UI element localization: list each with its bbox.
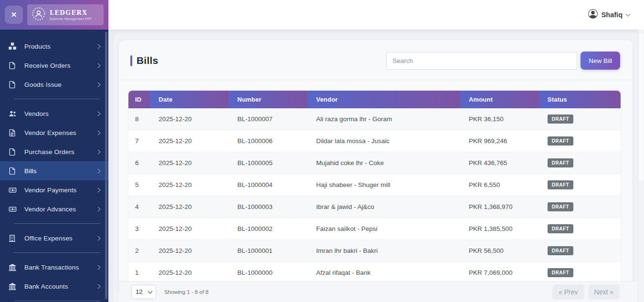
user-name: Shafiq (602, 11, 623, 19)
chevron-right-icon (96, 82, 101, 87)
cell-number: BL-1000005 (229, 152, 307, 174)
sidebar-item-vendor-payments[interactable]: Vendor Payments (0, 180, 108, 199)
page-scrollbar-thumb[interactable] (639, 33, 644, 181)
file-icon (8, 148, 17, 156)
sidebar-item-vendor-advances[interactable]: Vendor Advances (0, 199, 108, 219)
cell-number: BL-1000002 (229, 218, 307, 240)
table-row[interactable]: 2 2025-12-20 BL-1000001 Imran lhr bakri … (128, 240, 621, 262)
file-icon (8, 62, 17, 70)
cell-amount: PKR 1,368,970 (460, 196, 539, 218)
sidebar-item-goods-issue[interactable]: Goods Issue (0, 75, 108, 94)
showing-text: Showing 1 - 8 of 8 (164, 289, 209, 295)
chevron-right-icon (96, 111, 101, 116)
chevron-right-icon (96, 284, 101, 289)
prev-page-button[interactable]: « Prev (552, 284, 584, 300)
sidebar-item-label: Vendors (24, 110, 96, 117)
status-badge: DRAFT (548, 158, 573, 167)
cell-vendor: Imran lhr bakri - Bakri (307, 240, 460, 262)
bank-icon (8, 263, 17, 271)
cell-date: 2025-12-20 (150, 130, 229, 152)
status-badge: DRAFT (548, 115, 573, 124)
page-title: Bills (137, 55, 158, 66)
chevron-right-icon (96, 187, 101, 192)
sidebar-item-label: Vendor Expenses (24, 129, 96, 136)
sidebar-item-bank-transactions[interactable]: Bank Transactions (0, 258, 108, 277)
cell-status: DRAFT (539, 262, 621, 283)
cell-id: 1 (128, 262, 150, 283)
content-panel: Bills New Bill ID Date Number Vendor (113, 33, 644, 302)
table-row[interactable]: 1 2025-12-20 BL-1000000 Afzal rifaqat - … (128, 262, 621, 283)
bills-table-container: ID Date Number Vendor Amount Status 8 (119, 80, 633, 294)
logo-text: LEDGERX Business Management ERP (50, 9, 92, 21)
table-row[interactable]: 4 2025-12-20 BL-1000003 Ibrar & jawid - … (128, 196, 621, 218)
sidebar-close-button[interactable]: ✕ (5, 6, 23, 24)
sidebar-item-label: Receive Orders (24, 62, 96, 69)
cell-vendor: Haji shabeer - Shuger mill (307, 174, 460, 196)
new-bill-button[interactable]: New Bill (581, 52, 620, 70)
next-page-button[interactable]: Next » (588, 284, 620, 300)
sidebar-item-purchase-orders[interactable]: Purchase Orders (0, 142, 108, 161)
cell-id: 8 (128, 108, 150, 130)
sidebar: ✕ LEDGERX Business Management ERP (0, 0, 108, 302)
app-logo[interactable]: LEDGERX Business Management ERP (27, 4, 104, 25)
cell-amount: PKR 436,765 (460, 152, 539, 174)
status-badge: DRAFT (548, 136, 573, 146)
search-input[interactable] (386, 52, 577, 70)
chevron-right-icon (96, 130, 101, 135)
cell-status: DRAFT (539, 196, 621, 218)
bills-card: Bills New Bill ID Date Number Vendor (119, 40, 633, 294)
chevron-right-icon (96, 149, 101, 154)
sidebar-nav: Products Receive Orders Goods Issue (0, 30, 108, 301)
sidebar-item-products[interactable]: Products (0, 37, 108, 56)
column-header-amount: Amount (460, 91, 539, 108)
sidebar-item-bank-accounts[interactable]: Bank Accounts (0, 277, 108, 296)
building-icon (8, 234, 17, 242)
cell-amount: PKR 36,150 (460, 108, 539, 130)
pager: « Prev Next » (552, 284, 620, 300)
cell-number: BL-1000003 (229, 196, 307, 218)
bank-icon (8, 282, 17, 291)
sidebar-item-label: Purchase Orders (24, 148, 96, 156)
cell-status: DRAFT (539, 218, 621, 240)
sidebar-item-label: Products (24, 43, 96, 50)
sidebar-header: ✕ LEDGERX Business Management ERP (0, 0, 108, 30)
page-scrollbar[interactable] (638, 30, 644, 302)
sidebar-scrollbar[interactable] (105, 31, 107, 299)
cell-vendor: Mujahid coke lhr - Coke (307, 152, 460, 174)
chevron-right-icon (96, 207, 101, 211)
column-header-date: Date (150, 91, 229, 108)
user-menu[interactable]: Shafiq (588, 9, 630, 21)
sidebar-item-vendor-expenses[interactable]: Vendor Expenses (0, 123, 108, 142)
sidebar-item-label: Vendor Payments (24, 187, 96, 194)
table-row[interactable]: 8 2025-12-20 BL-1000007 Ali raza gorma l… (128, 108, 621, 130)
table-row[interactable]: 6 2025-12-20 BL-1000005 Mujahid coke lhr… (128, 152, 621, 174)
chevron-right-icon (96, 265, 101, 270)
cell-number: BL-1000001 (229, 240, 307, 262)
page-size-select[interactable]: 12 (131, 285, 156, 299)
chevron-right-icon (96, 168, 101, 173)
column-header-id: ID (128, 91, 150, 108)
file-icon (8, 81, 17, 89)
table-row[interactable]: 7 2025-12-20 BL-1000006 Dildar lala moss… (128, 130, 621, 152)
chevron-right-icon (96, 44, 101, 49)
logo-title: LEDGERX (50, 9, 92, 16)
people-icon (8, 110, 17, 118)
cell-number: BL-1000004 (229, 174, 307, 196)
sidebar-item-receive-orders[interactable]: Receive Orders (0, 56, 108, 75)
sidebar-item-bills[interactable]: Bills (0, 161, 108, 180)
sidebar-item-label: Bank Transactions (24, 264, 96, 271)
app-window: ✕ LEDGERX Business Management ERP (0, 0, 644, 302)
cell-id: 3 (128, 218, 150, 240)
table-row[interactable]: 5 2025-12-20 BL-1000004 Haji shabeer - S… (128, 174, 621, 196)
column-header-status: Status (539, 91, 621, 108)
close-icon: ✕ (11, 10, 17, 19)
cell-status: DRAFT (539, 130, 621, 152)
table-row[interactable]: 3 2025-12-20 BL-1000002 Faizan sailkot -… (128, 218, 621, 240)
cell-amount: PKR 6,550 (460, 174, 539, 196)
boxes-icon (8, 42, 17, 51)
bills-table: ID Date Number Vendor Amount Status 8 (128, 91, 621, 283)
sidebar-item-vendors[interactable]: Vendors (0, 104, 108, 123)
cell-date: 2025-12-20 (150, 152, 229, 174)
sidebar-item-office-expenses[interactable]: Office Expenses (0, 229, 108, 248)
sidebar-item-label: Vendor Advances (24, 206, 96, 213)
